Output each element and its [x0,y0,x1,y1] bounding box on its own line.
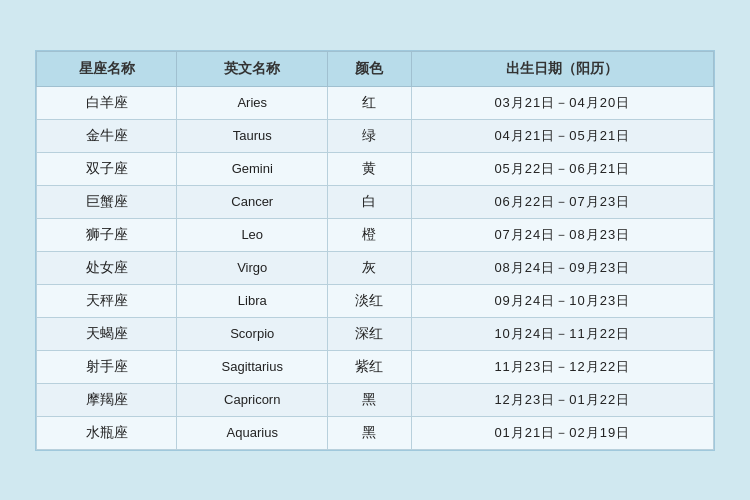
table-row: 金牛座Taurus绿04月21日－05月21日 [37,119,714,152]
cell-chinese-name: 摩羯座 [37,383,177,416]
table-row: 巨蟹座Cancer白06月22日－07月23日 [37,185,714,218]
cell-color: 橙 [328,218,411,251]
cell-color: 灰 [328,251,411,284]
table-row: 水瓶座Aquarius黑01月21日－02月19日 [37,416,714,449]
cell-dates: 11月23日－12月22日 [411,350,713,383]
cell-color: 黑 [328,416,411,449]
cell-english-name: Gemini [177,152,328,185]
zodiac-table-container: 星座名称 英文名称 颜色 出生日期（阳历） 白羊座Aries红03月21日－04… [35,50,715,451]
zodiac-table: 星座名称 英文名称 颜色 出生日期（阳历） 白羊座Aries红03月21日－04… [36,51,714,450]
table-row: 摩羯座Capricorn黑12月23日－01月22日 [37,383,714,416]
table-row: 天蝎座Scorpio深红10月24日－11月22日 [37,317,714,350]
cell-color: 紫红 [328,350,411,383]
cell-chinese-name: 白羊座 [37,86,177,119]
cell-dates: 04月21日－05月21日 [411,119,713,152]
cell-chinese-name: 金牛座 [37,119,177,152]
col-header-chinese: 星座名称 [37,51,177,86]
table-row: 白羊座Aries红03月21日－04月20日 [37,86,714,119]
table-body: 白羊座Aries红03月21日－04月20日金牛座Taurus绿04月21日－0… [37,86,714,449]
cell-dates: 12月23日－01月22日 [411,383,713,416]
cell-color: 红 [328,86,411,119]
cell-chinese-name: 双子座 [37,152,177,185]
cell-chinese-name: 射手座 [37,350,177,383]
cell-english-name: Libra [177,284,328,317]
cell-dates: 05月22日－06月21日 [411,152,713,185]
col-header-english: 英文名称 [177,51,328,86]
table-row: 狮子座Leo橙07月24日－08月23日 [37,218,714,251]
cell-english-name: Scorpio [177,317,328,350]
cell-english-name: Leo [177,218,328,251]
cell-dates: 01月21日－02月19日 [411,416,713,449]
table-row: 处女座Virgo灰08月24日－09月23日 [37,251,714,284]
cell-english-name: Capricorn [177,383,328,416]
col-header-color: 颜色 [328,51,411,86]
cell-dates: 08月24日－09月23日 [411,251,713,284]
cell-chinese-name: 水瓶座 [37,416,177,449]
cell-color: 黑 [328,383,411,416]
cell-color: 深红 [328,317,411,350]
col-header-dates: 出生日期（阳历） [411,51,713,86]
table-header-row: 星座名称 英文名称 颜色 出生日期（阳历） [37,51,714,86]
cell-english-name: Sagittarius [177,350,328,383]
cell-dates: 06月22日－07月23日 [411,185,713,218]
cell-english-name: Aquarius [177,416,328,449]
cell-chinese-name: 巨蟹座 [37,185,177,218]
table-row: 射手座Sagittarius紫红11月23日－12月22日 [37,350,714,383]
table-row: 双子座Gemini黄05月22日－06月21日 [37,152,714,185]
cell-chinese-name: 处女座 [37,251,177,284]
cell-dates: 09月24日－10月23日 [411,284,713,317]
cell-color: 绿 [328,119,411,152]
cell-chinese-name: 天蝎座 [37,317,177,350]
cell-dates: 03月21日－04月20日 [411,86,713,119]
cell-color: 白 [328,185,411,218]
cell-english-name: Aries [177,86,328,119]
table-row: 天秤座Libra淡红09月24日－10月23日 [37,284,714,317]
cell-chinese-name: 天秤座 [37,284,177,317]
cell-english-name: Virgo [177,251,328,284]
cell-english-name: Cancer [177,185,328,218]
cell-chinese-name: 狮子座 [37,218,177,251]
cell-english-name: Taurus [177,119,328,152]
cell-color: 淡红 [328,284,411,317]
cell-color: 黄 [328,152,411,185]
cell-dates: 10月24日－11月22日 [411,317,713,350]
cell-dates: 07月24日－08月23日 [411,218,713,251]
